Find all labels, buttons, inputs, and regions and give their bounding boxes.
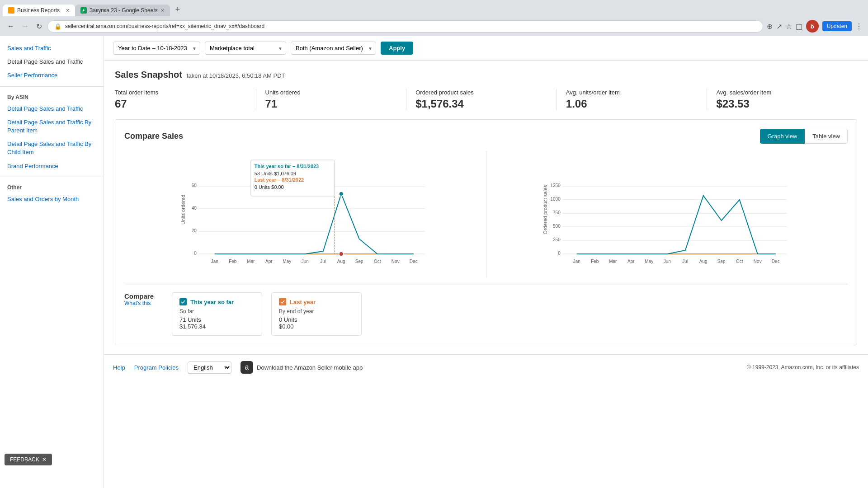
- menu-icon[interactable]: ⋮: [855, 22, 863, 31]
- svg-text:Ordered product sales: Ordered product sales: [542, 185, 547, 234]
- compare-label-title: Compare: [124, 292, 154, 300]
- last-year-checkbox[interactable]: [279, 298, 286, 305]
- refresh-button[interactable]: ↻: [34, 20, 44, 33]
- svg-text:Oct: Oct: [374, 259, 381, 264]
- svg-text:Jul: Jul: [682, 259, 688, 264]
- metric-product-sales: Ordered product sales $1,576.34: [406, 89, 557, 110]
- lock-icon: 🔒: [54, 23, 61, 30]
- tab-google-sheets[interactable]: ✦ Закупка 23 - Google Sheets ✕: [75, 5, 170, 16]
- fulfillment-select[interactable]: Both (Amazon and Seller): [291, 42, 376, 55]
- marketplace-select[interactable]: Marketplace total: [205, 42, 286, 55]
- last-year-units: 0 Units: [279, 316, 354, 323]
- filters-bar: Year to Date – 10-18-2023 Marketplace to…: [104, 36, 868, 61]
- sidebar-item-asin-child[interactable]: Detail Page Sales and Traffic By Child I…: [0, 137, 104, 159]
- snapshot-title: Sales Snapshot: [115, 70, 182, 80]
- charts-row: Units ordered 0 20 40 60: [124, 151, 848, 277]
- svg-text:20: 20: [192, 228, 197, 233]
- forward-button[interactable]: →: [20, 20, 31, 32]
- sidebar-item-detail-page[interactable]: Detail Page Sales and Traffic: [0, 55, 104, 69]
- sidebar-item-seller-perf[interactable]: Seller Performance: [0, 69, 104, 82]
- this-year-checkbox[interactable]: [179, 298, 187, 305]
- svg-text:0: 0: [194, 251, 197, 256]
- view-toggle: Graph view Table view: [760, 129, 848, 144]
- last-year-title: Last year: [290, 299, 316, 305]
- metric-label-1: Units ordered: [265, 89, 397, 96]
- metric-label-3: Avg. units/order item: [566, 89, 698, 96]
- svg-text:53 Units $1,076.09: 53 Units $1,076.09: [255, 171, 296, 176]
- sidebar-item-brand-perf[interactable]: Brand Performance: [0, 160, 104, 173]
- back-button[interactable]: ←: [5, 20, 16, 32]
- metric-value-0: 67: [115, 98, 247, 110]
- browser-toolbar: ← → ↻ 🔒 sellercentral.amazon.com/busines…: [0, 16, 868, 36]
- metric-total-order-items: Total order items 67: [115, 89, 256, 110]
- svg-text:250: 250: [553, 237, 561, 242]
- whats-this-link[interactable]: What's this: [124, 300, 163, 306]
- sheets-favicon: ✦: [80, 7, 87, 14]
- tab-title-1: Business Reports: [17, 7, 60, 14]
- address-bar[interactable]: 🔒 sellercentral.amazon.com/business-repo…: [47, 20, 763, 33]
- this-year-sales: $1,576.34: [179, 323, 255, 330]
- language-select[interactable]: English: [188, 361, 231, 374]
- svg-text:Aug: Aug: [337, 259, 345, 264]
- toolbar-actions: ⊕ ↗ ☆ ◫ b Updaten ⋮: [767, 20, 863, 33]
- this-year-card-header: This year so far: [179, 298, 255, 305]
- metric-value-4: $23.53: [716, 98, 848, 110]
- tab-close-2[interactable]: ✕: [160, 8, 165, 14]
- bookmark-icon[interactable]: ☆: [786, 22, 792, 31]
- metric-avg-units: Avg. units/order item 1.06: [557, 89, 707, 110]
- browser-chrome: Business Reports ✕ ✦ Закупка 23 - Google…: [0, 0, 868, 36]
- snapshot-header: Sales Snapshot taken at 10/18/2023, 6:50…: [115, 70, 857, 80]
- new-tab-button[interactable]: +: [172, 3, 184, 16]
- last-year-dot: [339, 252, 344, 256]
- amazon-app-icon: a: [241, 361, 253, 374]
- amazon-favicon: [8, 7, 14, 14]
- tab-business-reports[interactable]: Business Reports ✕: [3, 5, 75, 16]
- svg-text:Sep: Sep: [355, 259, 363, 264]
- svg-text:1250: 1250: [550, 183, 561, 188]
- metric-label-2: Ordered product sales: [415, 89, 547, 96]
- left-chart-svg: Units ordered 0 20 40 60: [124, 151, 486, 268]
- sidebar-item-sales-orders-month[interactable]: Sales and Orders by Month: [0, 192, 104, 206]
- language-wrapper: English: [188, 361, 231, 374]
- svg-text:Feb: Feb: [229, 259, 237, 264]
- svg-text:Oct: Oct: [736, 259, 743, 264]
- date-range-select[interactable]: Year to Date – 10-18-2023: [113, 42, 200, 55]
- translate-icon[interactable]: ⊕: [767, 22, 773, 31]
- feedback-close-icon[interactable]: ✕: [42, 456, 47, 463]
- sidebar-item-asin-parent[interactable]: Detail Page Sales and Traffic By Parent …: [0, 116, 104, 137]
- svg-text:Mar: Mar: [609, 259, 617, 264]
- this-year-card: This year so far So far 71 Units $1,576.…: [172, 292, 262, 336]
- help-link[interactable]: Help: [113, 364, 125, 371]
- svg-text:May: May: [645, 259, 653, 264]
- this-year-sub: So far: [179, 308, 255, 314]
- snapshot-subtitle: taken at 10/18/2023, 6:50:18 AM PDT: [187, 72, 285, 79]
- sidebar-item-asin-detail[interactable]: Detail Page Sales and Traffic: [0, 102, 104, 116]
- compare-title: Compare Sales: [124, 131, 183, 141]
- share-icon[interactable]: ↗: [776, 22, 782, 31]
- svg-text:Nov: Nov: [753, 259, 761, 264]
- program-policies-link[interactable]: Program Policies: [134, 364, 179, 371]
- sidebar: Sales and Traffic Detail Page Sales and …: [0, 36, 104, 488]
- svg-text:Apr: Apr: [627, 259, 634, 264]
- compare-label-group: Compare What's this: [124, 292, 163, 306]
- svg-text:Nov: Nov: [392, 259, 400, 264]
- table-view-button[interactable]: Table view: [805, 129, 848, 144]
- snapshot-section: Sales Snapshot taken at 10/18/2023, 6:50…: [104, 61, 868, 110]
- tab-title-2: Закупка 23 - Google Sheets: [90, 7, 158, 14]
- feedback-button[interactable]: FEEDBACK ✕: [5, 454, 52, 465]
- svg-text:Jun: Jun: [663, 259, 670, 264]
- copyright-text: © 1999-2023, Amazon.com, Inc. or its aff…: [747, 364, 859, 371]
- svg-text:40: 40: [192, 206, 197, 211]
- url-text: sellercentral.amazon.com/business-report…: [65, 23, 756, 29]
- graph-view-button[interactable]: Graph view: [760, 129, 805, 144]
- profile-icon[interactable]: ◫: [796, 22, 802, 31]
- update-button[interactable]: Updaten: [822, 21, 852, 31]
- apply-button[interactable]: Apply: [381, 42, 413, 55]
- tab-close-1[interactable]: ✕: [66, 8, 70, 14]
- sidebar-item-sales-traffic[interactable]: Sales and Traffic: [0, 42, 104, 55]
- last-year-card-header: Last year: [279, 298, 354, 305]
- metric-value-3: 1.06: [566, 98, 698, 110]
- metric-value-2: $1,576.34: [415, 98, 547, 110]
- profile-button[interactable]: b: [806, 20, 819, 33]
- compare-section: Compare Sales Graph view Table view Unit…: [115, 119, 857, 345]
